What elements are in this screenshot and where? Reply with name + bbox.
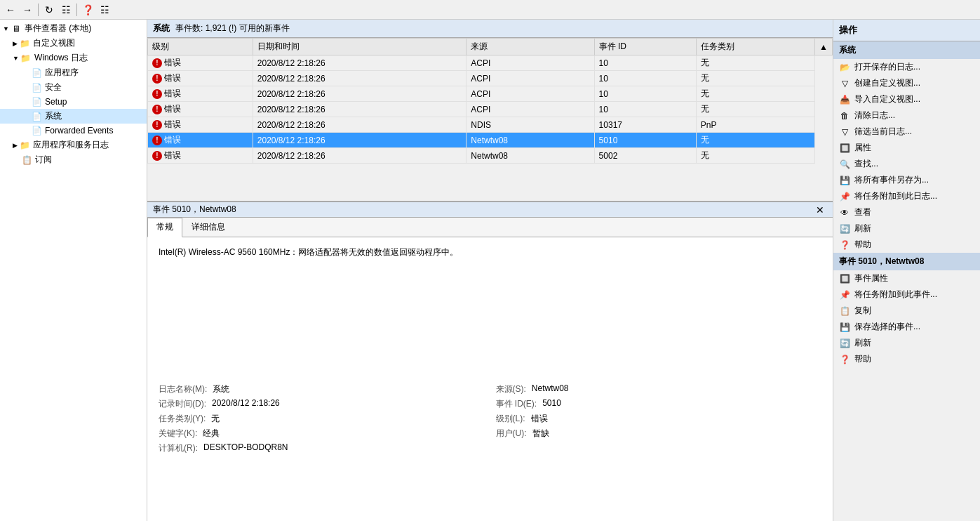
level-text: 错误 (164, 119, 181, 131)
action-item-open[interactable]: 📂打开保存的日志... (833, 59, 980, 75)
attach-icon: 📌 (839, 191, 850, 202)
action-item-attach[interactable]: 📌将任务附加到此日志... (833, 188, 980, 204)
detail-content[interactable]: Intel(R) Wireless-AC 9560 160MHz：网络适配器将无… (147, 237, 833, 521)
action-item-save2[interactable]: 💾保存选择的事件... (833, 319, 980, 335)
action-item-copy[interactable]: 📋复制 (833, 303, 980, 319)
action-label: 创建自定义视图... (854, 77, 920, 89)
sidebar-item-custom-views[interactable]: ▶📁自定义视图 (0, 36, 147, 51)
cell-eventid: 10 (594, 71, 696, 86)
import-icon: 📥 (839, 94, 850, 105)
action-item-import[interactable]: 📥导入自定义视图... (833, 91, 980, 107)
log-icon: 📄 (31, 67, 42, 79)
action-item-props2[interactable]: 🔲事件属性 (833, 270, 980, 286)
tab-general[interactable]: 常规 (147, 218, 182, 237)
sidebar-item-system[interactable]: 📄系统 (0, 109, 147, 124)
table-row[interactable]: !错误2020/8/12 2:18:26ACPI10无 (148, 102, 833, 117)
error-icon: ! (152, 89, 162, 99)
panel-event-count: 事件数: 1,921 (!) 可用的新事件 (175, 22, 290, 34)
col-sort-indicator[interactable]: ▲ (815, 39, 833, 55)
action-item-save[interactable]: 💾将所有事件另存为... (833, 172, 980, 188)
detail-header: 事件 5010，Netwtw08 ✕ (147, 202, 833, 218)
toolbar-separator-2 (76, 4, 77, 16)
actions-section-title-1: 事件 5010，Netwtw08 (833, 253, 980, 270)
sidebar-label-security: 安全 (45, 81, 62, 93)
level-text: 错误 (164, 88, 181, 100)
action-label: 刷新 (854, 223, 871, 235)
sidebar-item-setup[interactable]: 📄Setup (0, 95, 147, 109)
expand-arrow-windows-logs[interactable]: ▼ (13, 55, 19, 62)
expand-arrow-app-service-logs[interactable]: ▶ (13, 142, 18, 149)
action-label: 刷新 (854, 337, 871, 349)
field-value: 经典 (203, 428, 220, 440)
detail-field: 用户(U):暂缺 (496, 428, 822, 440)
event-table-container[interactable]: 级别 日期和时间 来源 事件 ID 任务类别 ▲ !错误2020/8/12 2:… (147, 38, 833, 201)
action-item-attach2[interactable]: 📌将任务附加到此事件... (833, 286, 980, 303)
col-level[interactable]: 级别 (148, 39, 253, 55)
detail-panel-title: 事件 5010，Netwtw08 (153, 204, 236, 216)
detail-close-button[interactable]: ✕ (813, 204, 827, 216)
level-text: 错误 (164, 72, 181, 84)
view-button[interactable]: ☷ (58, 2, 74, 18)
sidebar-item-security[interactable]: 📄安全 (0, 80, 147, 95)
field-value: 暂缺 (532, 428, 549, 440)
help-toolbar-button[interactable]: ❓ (80, 2, 95, 18)
table-row[interactable]: !错误2020/8/12 2:18:26Netwtw085010无 (148, 133, 833, 148)
cell-task: 无 (696, 148, 814, 164)
cell-eventid: 5002 (594, 148, 696, 164)
action-item-filter[interactable]: ▽创建自定义视图... (833, 75, 980, 91)
attach2-icon: 📌 (839, 289, 850, 301)
find-icon: 🔍 (839, 159, 850, 170)
event-detail-panel: 事件 5010，Netwtw08 ✕ 常规 详细信息 Intel(R) Wire… (147, 202, 833, 521)
table-row[interactable]: !错误2020/8/12 2:18:26ACPI10无 (148, 71, 833, 86)
expand-arrow-custom-views[interactable]: ▶ (13, 40, 18, 47)
cell-eventid: 5010 (594, 133, 696, 148)
action-item-find[interactable]: 🔍查找... (833, 156, 980, 172)
tab-detail[interactable]: 详细信息 (182, 218, 234, 237)
table-row[interactable]: !错误2020/8/12 2:18:26NDIS10317PnP (148, 117, 833, 133)
table-row[interactable]: !错误2020/8/12 2:18:26ACPI10无 (148, 55, 833, 71)
table-row[interactable]: !错误2020/8/12 2:18:26ACPI10无 (148, 86, 833, 102)
action-item-help2[interactable]: ❓帮助 (833, 351, 980, 367)
log-icon: 📄 (31, 111, 42, 122)
action-item-view[interactable]: 👁查看 (833, 204, 980, 220)
log-icon: 📄 (31, 96, 42, 107)
cell-datetime: 2020/8/12 2:18:26 (253, 71, 466, 86)
help-icon: ❓ (839, 239, 850, 251)
sidebar-item-windows-logs[interactable]: ▼📁Windows 日志 (0, 51, 147, 65)
col-task[interactable]: 任务类别 (696, 39, 814, 55)
action-item-help[interactable]: ❓帮助 (833, 237, 980, 253)
sidebar-item-app-service-logs[interactable]: ▶📁应用程序和服务日志 (0, 138, 147, 152)
action-item-filter2[interactable]: ▽筛选当前日志... (833, 124, 980, 140)
col-datetime[interactable]: 日期和时间 (253, 39, 466, 55)
forward-button[interactable]: → (20, 2, 35, 18)
sidebar-item-application[interactable]: 📄应用程序 (0, 65, 147, 80)
main-layout: ▼🖥事件查看器 (本地)▶📁自定义视图▼📁Windows 日志📄应用程序📄安全📄… (0, 20, 980, 521)
back-button[interactable]: ← (3, 2, 18, 18)
action-item-refresh[interactable]: 🔄刷新 (833, 220, 980, 237)
cell-level: !错误 (148, 148, 253, 164)
action-item-clear[interactable]: 🗑清除日志... (833, 107, 980, 124)
field-value: 2020/8/12 2:18:26 (212, 398, 280, 410)
sidebar-item-subscriptions[interactable]: 📋订阅 (0, 152, 147, 167)
detail-field: 日志名称(M):系统 (159, 383, 485, 395)
action-label: 将任务附加到此事件... (854, 289, 937, 301)
error-icon: ! (152, 58, 162, 68)
refresh-toolbar-button[interactable]: ↻ (41, 2, 57, 18)
table-row[interactable]: !错误2020/8/12 2:18:26Netwtw085002无 (148, 148, 833, 164)
sidebar-item-root[interactable]: ▼🖥事件查看器 (本地) (0, 21, 147, 36)
action-label: 导入自定义视图... (854, 93, 920, 105)
actions-panel: 操作 系统📂打开保存的日志...▽创建自定义视图...📥导入自定义视图...🗑清… (833, 20, 980, 521)
col-eventid[interactable]: 事件 ID (594, 39, 696, 55)
sidebar-item-forwarded[interactable]: 📄Forwarded Events (0, 124, 147, 138)
col-source[interactable]: 来源 (466, 39, 594, 55)
sidebar-label-setup: Setup (45, 97, 67, 107)
action-label: 保存选择的事件... (854, 321, 920, 333)
field-value: 错误 (531, 413, 548, 425)
viewer-icon: 🖥 (11, 23, 22, 34)
cell-source: ACPI (466, 102, 594, 117)
detail-field: 记录时间(D):2020/8/12 2:18:26 (159, 398, 485, 410)
expand-arrow-root[interactable]: ▼ (3, 25, 9, 32)
action-item-refresh2[interactable]: 🔄刷新 (833, 335, 980, 351)
action-item-props[interactable]: 🔲属性 (833, 140, 980, 156)
task-button[interactable]: ☷ (97, 2, 112, 18)
